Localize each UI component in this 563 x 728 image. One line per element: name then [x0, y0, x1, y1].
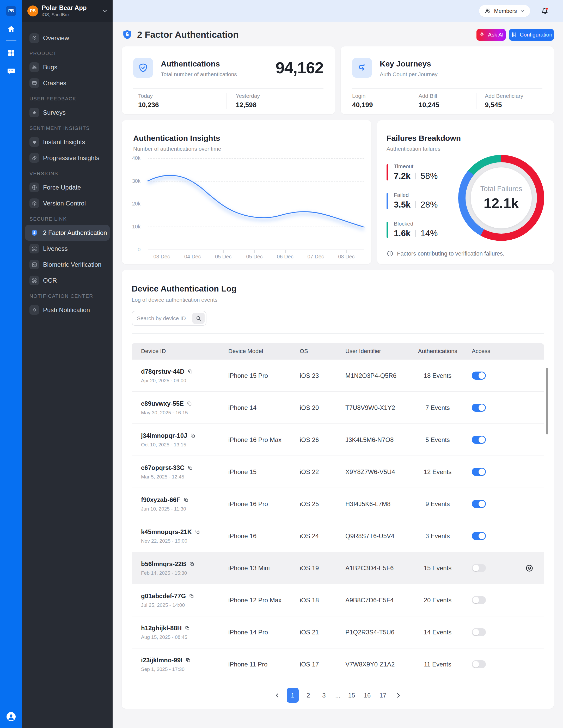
device-model: iPhone 16 Pro [228, 500, 300, 508]
copy-icon[interactable] [189, 561, 195, 567]
route-icon [352, 58, 372, 78]
sliders-icon [511, 32, 517, 38]
sidebar-item-label: Version Control [43, 200, 86, 207]
ask-ai-label: Ask AI [488, 32, 504, 38]
home-icon[interactable] [0, 25, 22, 34]
page-button[interactable]: 1 [287, 688, 299, 703]
sidebar-item-overview[interactable]: Overview [25, 31, 110, 46]
col-header-device-model: Device Model [228, 348, 300, 355]
device-date: Jul 25, 2025 - 14:00 [141, 602, 228, 608]
legend-item-blocked: Blocked 1.6k14% [386, 221, 438, 238]
workspace-logo[interactable]: PB [6, 6, 16, 16]
copy-icon[interactable] [190, 433, 196, 438]
table-row: j34lmnopqr-10JOct 10, 2025 - 13:15 iPhon… [132, 423, 544, 456]
prev-page-chevron-icon[interactable] [272, 690, 283, 701]
device-id: f90xyzab-66F [141, 496, 180, 503]
page-button[interactable]: 17 [377, 688, 389, 703]
table-row: g01abcdef-77GJul 25, 2025 - 14:00 iPhone… [132, 584, 544, 616]
copy-icon[interactable] [189, 593, 194, 599]
device-model: iPhone 15 Pro [228, 372, 300, 379]
user-identifier: P1Q2R3S4-T5U6 [345, 629, 408, 636]
link-icon [29, 153, 39, 163]
access-toggle[interactable] [472, 532, 486, 540]
table-row: k45mnopqrs-21KNov 22, 2025 - 19:00 iPhon… [132, 520, 544, 552]
legend-label: Blocked [394, 221, 438, 227]
access-toggle[interactable] [472, 564, 486, 572]
page-button[interactable]: 2 [302, 688, 314, 703]
stat-label: Yesterday [236, 93, 324, 99]
chart-subtitle: Number of authentications over time [133, 146, 364, 152]
fingerprint-icon [29, 260, 39, 269]
auth-events: 18 Events [408, 372, 467, 379]
members-button[interactable]: Members [479, 5, 530, 17]
stat-value: 9,545 [485, 101, 542, 109]
sidebar-item-bugs[interactable]: Bugs [25, 59, 110, 75]
page-button[interactable]: 3 [318, 688, 330, 703]
cube-icon [29, 198, 39, 208]
sidebar-item-force-update[interactable]: Force Update [25, 179, 110, 195]
stat-login: Login 40,199 [352, 93, 410, 109]
user-identifier: A9B8C7D6-E5F4 [345, 597, 408, 604]
copy-icon[interactable] [188, 369, 193, 374]
sidebar-item-progressive-insights[interactable]: Progressive Insights [25, 150, 110, 166]
access-toggle[interactable] [472, 404, 486, 412]
copy-icon[interactable] [184, 497, 189, 502]
nav-section-secure-link: SECURE LINK [22, 213, 113, 225]
user-identifier: T7U8V9W0-X1Y2 [345, 404, 408, 411]
eye-icon[interactable] [525, 564, 534, 572]
overview-icon [29, 33, 39, 43]
sidebar-item-label: Progressive Insights [43, 154, 99, 162]
device-date: May 30, 2025 - 16:15 [141, 410, 228, 416]
access-toggle[interactable] [472, 660, 486, 668]
app-switcher[interactable]: PB Polar Bear App iOS, SandBox [22, 0, 113, 22]
next-page-chevron-icon[interactable] [392, 690, 404, 701]
table-scrollbar[interactable] [546, 368, 548, 434]
access-toggle[interactable] [472, 372, 486, 380]
sidebar-item-label: Biometric Verification [43, 261, 101, 268]
sidebar-item-biometric[interactable]: Biometric Verification [25, 257, 110, 272]
user-avatar[interactable] [7, 712, 16, 721]
copy-icon[interactable] [185, 626, 190, 631]
legend-color-bar [386, 222, 388, 238]
user-identifier: V7W8X9Y0-Z1A2 [345, 661, 408, 668]
card-title: Authentications [161, 59, 237, 68]
copy-icon[interactable] [187, 401, 192, 406]
sidebar-item-push-notification[interactable]: Push Notification [25, 302, 110, 318]
sidebar-item-surveys[interactable]: Surveys [25, 105, 110, 120]
page-button[interactable]: 15 [345, 688, 357, 703]
sidebar-item-version-control[interactable]: Version Control [25, 195, 110, 211]
chat-icon[interactable] [0, 67, 22, 76]
page-button[interactable]: 16 [361, 688, 373, 703]
configuration-label: Configuration [520, 32, 552, 38]
notifications-bell-icon[interactable] [540, 6, 549, 16]
access-toggle[interactable] [472, 436, 486, 444]
sidebar-item-label: Liveness [43, 245, 68, 252]
copy-icon[interactable] [188, 465, 193, 470]
x-tick: 06 Dec [277, 254, 293, 260]
device-id: i23ijklmno-99I [141, 657, 183, 664]
search-input[interactable] [132, 315, 187, 322]
sidebar-item-label: Push Notification [43, 306, 90, 314]
access-toggle[interactable] [472, 468, 486, 476]
copy-icon[interactable] [195, 529, 200, 535]
failures-footnote: Factors contributing to verification fai… [386, 250, 504, 257]
access-toggle[interactable] [472, 596, 486, 604]
device-os: iOS 26 [300, 436, 345, 444]
configuration-button[interactable]: Configuration [509, 29, 554, 41]
device-os: iOS 17 [300, 661, 345, 668]
sidebar-item-instant-insights[interactable]: Instant Insights [25, 134, 110, 150]
sidebar-item-crashes[interactable]: Crashes [25, 75, 110, 91]
failures-legend: Timeout 7.2k58% Failed 3.5k28% [386, 163, 438, 249]
shield-check-icon [133, 58, 153, 78]
apps-grid-icon[interactable] [0, 48, 22, 57]
sidebar-item-liveness[interactable]: Liveness [25, 241, 110, 257]
sidebar-item-ocr[interactable]: OCR [25, 272, 110, 288]
legend-value: 1.6k [394, 228, 410, 238]
search-button[interactable] [192, 313, 205, 324]
copy-icon[interactable] [186, 658, 191, 663]
ask-ai-button[interactable]: Ask AI [476, 29, 506, 41]
access-toggle[interactable] [472, 628, 486, 636]
sidebar-item-2fa[interactable]: 2 Factor Authentication [25, 225, 110, 241]
access-toggle[interactable] [472, 500, 486, 508]
id-scan-icon [29, 276, 39, 285]
